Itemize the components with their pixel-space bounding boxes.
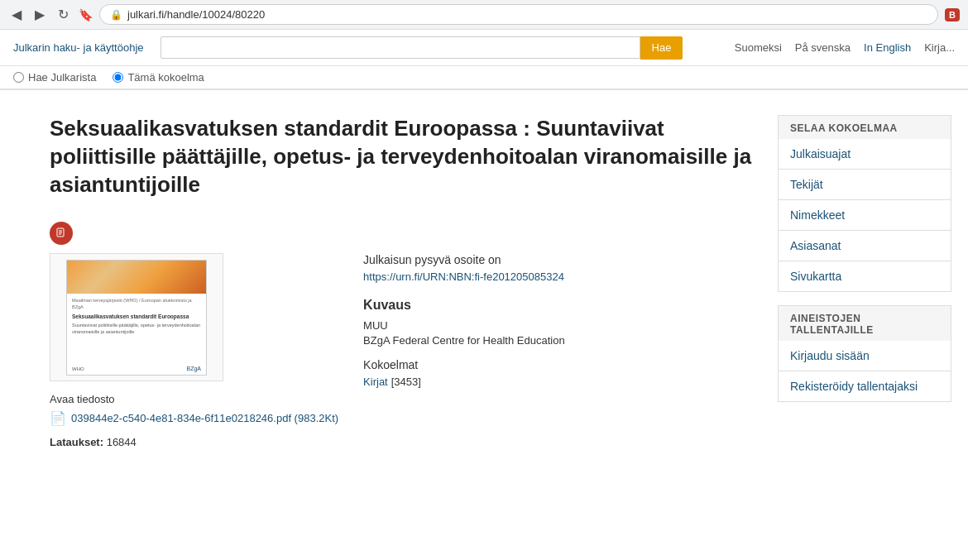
pdf-file-icon: 📄 xyxy=(50,410,66,426)
lang-sv-link[interactable]: På svenska xyxy=(795,41,851,54)
book-cover-band xyxy=(67,261,206,294)
browser-chrome: ◀ ▶ ↻ 🔖 🔒 julkari.fi/handle/10024/80220 … xyxy=(0,0,968,30)
main-container: Seksuaalikasvatuksen standardit Euroopas… xyxy=(0,90,968,498)
scope-kokoelma-label[interactable]: Tämä kokoelma xyxy=(113,71,204,84)
perm-link-label: Julkaisun pysyvä osoite on xyxy=(363,253,761,266)
search-area: Julkarin haku- ja käyttöohje Hae xyxy=(13,36,735,60)
sidebar-item-sivukartta[interactable]: Sivukartta xyxy=(778,261,951,292)
julkari-help-link[interactable]: Julkarin haku- ja käyttöohje xyxy=(13,41,144,54)
perm-link-section: Julkaisun pysyvä osoite on https://urn.f… xyxy=(363,253,761,283)
metadata-col: Julkaisun pysyvä osoite on https://urn.f… xyxy=(363,253,761,448)
bzga-logo: BZgA xyxy=(186,366,201,371)
extension-icon[interactable]: B xyxy=(945,8,960,22)
thumbnail-wrapper: Maailman terveysjärjestö (WHO) / Euroopa… xyxy=(50,253,223,381)
bookmark-icon: 🔖 xyxy=(79,8,93,22)
url-text: julkari.fi/handle/10024/80220 xyxy=(127,8,265,21)
forward-button[interactable]: ▶ xyxy=(31,5,48,24)
kokoelmat-section: Kokoelmat Kirjat [3453] xyxy=(363,358,761,388)
item-detail: Maailman terveysjärjestö (WHO) / Euroopa… xyxy=(50,253,761,448)
book-cover-content: Maailman terveysjärjestö (WHO) / Euroopa… xyxy=(72,298,201,335)
pdf-icon-row: Avaa tiedosto 📄 039844e2-c540-4e81-834e-… xyxy=(50,393,338,426)
kokoelmat-label: Kokoelmat xyxy=(363,358,761,371)
url-bar[interactable]: 🔒 julkari.fi/handle/10024/80220 xyxy=(99,4,938,25)
search-scope-row: Hae Julkarista Tämä kokoelma xyxy=(0,66,968,90)
content-area: Seksuaalikasvatuksen standardit Euroopas… xyxy=(50,115,761,473)
kirjat-link[interactable]: Kirjat xyxy=(363,376,388,388)
pdf-filename: 039844e2-c540-4e81-834e-6f11e0218246.pdf… xyxy=(71,412,338,424)
refresh-button[interactable]: ↻ xyxy=(55,5,72,24)
thumbnail-col: Maailman terveysjärjestö (WHO) / Euroopa… xyxy=(50,253,338,448)
meta-muu: MUU xyxy=(363,319,761,332)
lock-icon: 🔒 xyxy=(110,9,122,21)
search-button[interactable]: Hae xyxy=(640,36,683,60)
language-links: Suomeksi På svenska In English Kirja... xyxy=(735,41,955,54)
scope-julkari-radio[interactable] xyxy=(13,72,24,83)
page-title: Seksuaalikasvatuksen standardit Euroopas… xyxy=(50,115,761,199)
sidebar-section2-label: AINEISTOJEN TALLENTAJILLE xyxy=(778,305,951,341)
kokoelmat-count: [3453] xyxy=(391,376,421,388)
login-link[interactable]: Kirja... xyxy=(924,41,955,54)
doc-icon-red xyxy=(50,222,73,245)
top-nav: Julkarin haku- ja käyttöohje Hae Suomeks… xyxy=(0,30,968,66)
scope-kokoelma-radio[interactable] xyxy=(113,72,123,83)
scope-julkari-label[interactable]: Hae Julkarista xyxy=(13,71,96,84)
lang-fi-link[interactable]: Suomeksi xyxy=(735,41,782,54)
sidebar: SELAA KOKOELMAA Julkaisuajat Tekijät Nim… xyxy=(778,115,951,473)
downloads-row: Lataukset: 16844 xyxy=(50,436,338,448)
scope-kokoelma-text: Tämä kokoelma xyxy=(127,71,204,84)
lang-en-link[interactable]: In English xyxy=(864,41,911,54)
avaa-tiedosto-label: Avaa tiedosto xyxy=(50,393,338,405)
doc-icon-row xyxy=(50,222,761,245)
sidebar-item-tekijat[interactable]: Tekijät xyxy=(778,170,951,200)
lataukset-count: 16844 xyxy=(107,436,137,448)
kuvaus-section: Kuvaus MUU BZgA Federal Centre for Healt… xyxy=(363,298,761,347)
sidebar-item-nimekkeet[interactable]: Nimekkeet xyxy=(778,200,951,231)
book-cover: Maailman terveysjärjestö (WHO) / Euroopa… xyxy=(66,260,207,376)
perm-link[interactable]: https://urn.fi/URN:NBN:fi-fe201205085324 xyxy=(363,270,564,283)
sidebar-item-kirjaudu[interactable]: Kirjaudu sisään xyxy=(778,341,951,371)
sidebar-item-rekisteroidy[interactable]: Rekisteröidy tallentajaksi xyxy=(778,371,951,402)
sidebar-section1-label: SELAA KOKOELMAA xyxy=(778,115,951,139)
sidebar-item-julkaisuajat[interactable]: Julkaisuajat xyxy=(778,139,951,170)
kuvaus-title: Kuvaus xyxy=(363,298,761,313)
lataukset-label: Lataukset: xyxy=(50,436,103,448)
who-logo: WHO xyxy=(72,366,84,371)
scope-julkari-text: Hae Julkarista xyxy=(28,71,96,84)
search-input[interactable] xyxy=(161,36,640,59)
back-button[interactable]: ◀ xyxy=(8,5,25,24)
pdf-download-link[interactable]: 📄 039844e2-c540-4e81-834e-6f11e0218246.p… xyxy=(50,410,338,426)
meta-org: BZgA Federal Centre for Health Education xyxy=(363,334,761,347)
sidebar-item-asiasanat[interactable]: Asiasanat xyxy=(778,231,951,261)
